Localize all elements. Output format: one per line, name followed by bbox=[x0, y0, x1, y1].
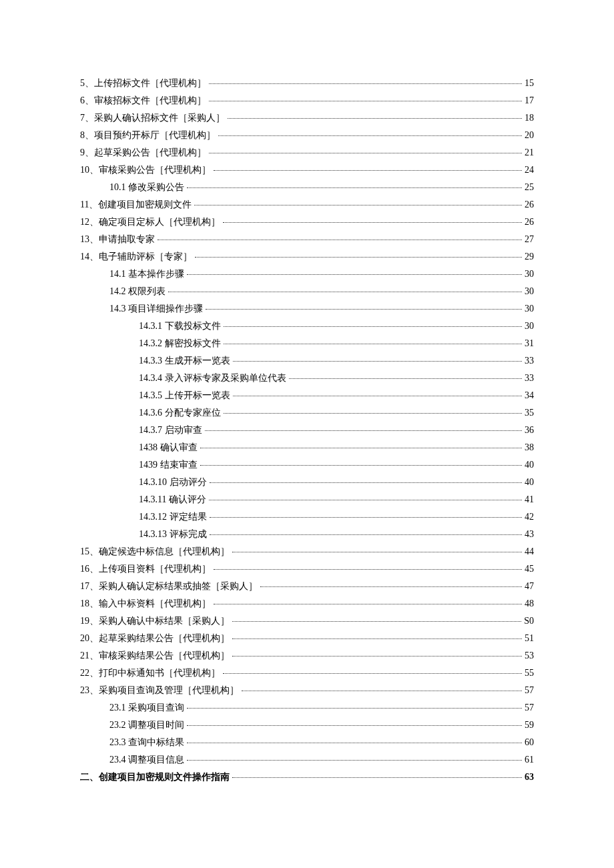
toc-entry[interactable]: 13、申请抽取专家27 bbox=[80, 235, 534, 244]
toc-entry[interactable]: 14.1 基本操作步骤30 bbox=[80, 270, 534, 279]
toc-page-number: 30 bbox=[525, 270, 534, 279]
toc-label: 23.1 采购项目查询 bbox=[109, 703, 184, 713]
toc-leader-dots bbox=[224, 326, 523, 327]
toc-page-number: 61 bbox=[525, 755, 534, 765]
toc-entry[interactable]: 14.3.13 评标完成43 bbox=[80, 530, 534, 539]
toc-entry[interactable]: 5、上传招标文件［代理机构］15 bbox=[80, 79, 534, 88]
toc-leader-dots bbox=[214, 604, 522, 604]
toc-leader-dots bbox=[210, 534, 523, 535]
toc-entry[interactable]: 23、采购项目查询及管理［代理机构］57 bbox=[80, 686, 534, 695]
toc-leader-dots bbox=[224, 413, 523, 414]
toc-entry[interactable]: 14.3.7 启动审查36 bbox=[80, 426, 534, 435]
toc-entry[interactable]: 14.2 权限列表30 bbox=[80, 287, 534, 296]
toc-entry[interactable]: 14.3.3 生成开标一览表33 bbox=[80, 356, 534, 366]
toc-entry[interactable]: 14、电子辅助评标［专家］29 bbox=[80, 252, 534, 262]
toc-page-number: 55 bbox=[525, 669, 534, 678]
toc-entry[interactable]: 二、创建项目加密规则文件操作指南63 bbox=[80, 773, 534, 782]
toc-page-number: 15 bbox=[525, 79, 534, 88]
toc-label: 14.3.5 上传开标一览表 bbox=[139, 391, 230, 400]
toc-page-number: 30 bbox=[525, 322, 534, 331]
toc-entry[interactable]: 17、采购人确认定标结果或抽签［采购人］47 bbox=[80, 582, 534, 591]
toc-label: 9、起草采购公告［代理机构］ bbox=[80, 148, 206, 157]
toc-page-number: 43 bbox=[525, 530, 534, 539]
toc-label: 23.2 调整项目时间 bbox=[109, 721, 184, 730]
toc-label: 二、创建项目加密规则文件操作指南 bbox=[80, 773, 230, 782]
toc-leader-dots bbox=[223, 222, 522, 223]
toc-page-number: 40 bbox=[525, 478, 534, 487]
toc-entry[interactable]: 8、项目预约开标厅［代理机构］20 bbox=[80, 131, 534, 140]
toc-leader-dots bbox=[195, 257, 522, 258]
toc-leader-dots bbox=[209, 83, 522, 84]
toc-page-number: 30 bbox=[525, 304, 534, 314]
toc-entry[interactable]: 23.4 调整项目信息61 bbox=[80, 755, 534, 765]
toc-entry[interactable]: 21、审核采购结果公告［代理机构］53 bbox=[80, 651, 534, 661]
toc-page-number: 38 bbox=[525, 443, 534, 452]
toc-leader-dots bbox=[209, 101, 522, 101]
toc-entry[interactable]: 14.3.2 解密投标文件31 bbox=[80, 339, 534, 348]
toc-entry[interactable]: 19、采购人确认中标结果［采购人］S0 bbox=[80, 616, 534, 626]
toc-leader-dots bbox=[187, 274, 522, 275]
toc-label: 10、审核采购公告［代理机构］ bbox=[80, 165, 211, 175]
toc-label: 15、确定候选中标信息［代理机构］ bbox=[80, 547, 230, 556]
toc-leader-dots bbox=[187, 708, 522, 709]
toc-entry[interactable]: 12、确定项目定标人［代理机构］26 bbox=[80, 218, 534, 227]
toc-entry[interactable]: 14.3.11 确认评分41 bbox=[80, 495, 534, 504]
toc-entry[interactable]: 23.1 采购项目查询57 bbox=[80, 703, 534, 713]
toc-label: 14.2 权限列表 bbox=[109, 287, 166, 296]
toc-label: 12、确定项目定标人［代理机构］ bbox=[80, 218, 220, 227]
toc-entry[interactable]: 14.3.10 启动评分40 bbox=[80, 478, 534, 487]
toc-leader-dots bbox=[232, 777, 522, 778]
toc-entry[interactable]: 7、采购人确认招标文件［采购人］18 bbox=[80, 113, 534, 123]
toc-leader-dots bbox=[232, 552, 522, 552]
toc-entry[interactable]: 15、确定候选中标信息［代理机构］44 bbox=[80, 547, 534, 556]
toc-leader-dots bbox=[233, 396, 523, 396]
toc-entry[interactable]: 14.3.12 评定结果42 bbox=[80, 512, 534, 522]
toc-entry[interactable]: 6、审核招标文件［代理机构］17 bbox=[80, 96, 534, 105]
toc-leader-dots bbox=[187, 187, 522, 188]
toc-leader-dots bbox=[209, 153, 522, 153]
toc-entry[interactable]: 14.3 项目详细操作步骤30 bbox=[80, 304, 534, 314]
toc-entry[interactable]: 16、上传项目资料［代理机构］45 bbox=[80, 564, 534, 574]
toc-entry[interactable]: 10.1 修改采购公告25 bbox=[80, 183, 534, 192]
toc-label: 14.1 基本操作步骤 bbox=[109, 270, 184, 279]
toc-entry[interactable]: 11、创建项目加密规则文件26 bbox=[80, 200, 534, 209]
toc-entry[interactable]: 1438 确认审查38 bbox=[80, 443, 534, 452]
toc-entry[interactable]: 20、起草采购结果公告［代理机构］51 bbox=[80, 634, 534, 643]
toc-page-number: 51 bbox=[525, 634, 534, 643]
toc-label: 16、上传项目资料［代理机构］ bbox=[80, 564, 211, 574]
table-of-contents: 5、上传招标文件［代理机构］156、审核招标文件［代理机构］177、采购人确认招… bbox=[80, 79, 534, 782]
toc-entry[interactable]: 10、审核采购公告［代理机构］24 bbox=[80, 165, 534, 175]
toc-leader-dots bbox=[158, 240, 522, 240]
toc-entry[interactable]: 14.3.6 分配专家座位35 bbox=[80, 408, 534, 418]
toc-entry[interactable]: 9、起草采购公告［代理机构］21 bbox=[80, 148, 534, 157]
toc-label: 17、采购人确认定标结果或抽签［采购人］ bbox=[80, 582, 258, 591]
toc-label: 20、起草采购结果公告［代理机构］ bbox=[80, 634, 230, 643]
toc-entry[interactable]: 18、输入中标资料［代理机构］48 bbox=[80, 599, 534, 608]
toc-entry[interactable]: 23.3 查询中标结果60 bbox=[80, 738, 534, 747]
toc-leader-dots bbox=[260, 586, 522, 587]
toc-label: 5、上传招标文件［代理机构］ bbox=[80, 79, 206, 88]
toc-entry[interactable]: 14.3.4 录入评标专家及采购单位代表33 bbox=[80, 374, 534, 383]
toc-page-number: 44 bbox=[525, 547, 534, 556]
toc-entry[interactable]: 23.2 调整项目时间59 bbox=[80, 721, 534, 730]
toc-page-number: 36 bbox=[525, 426, 534, 435]
toc-leader-dots bbox=[200, 465, 523, 466]
toc-page-number: 42 bbox=[525, 512, 534, 522]
toc-page-number: S0 bbox=[524, 616, 534, 626]
toc-entry[interactable]: 22、打印中标通知书［代理机构］55 bbox=[80, 669, 534, 678]
toc-entry[interactable]: 14.3.1 下载投标文件30 bbox=[80, 322, 534, 331]
toc-leader-dots bbox=[242, 691, 522, 691]
toc-page-number: 27 bbox=[525, 235, 534, 244]
toc-label: 14.3.4 录入评标专家及采购单位代表 bbox=[139, 374, 286, 383]
toc-entry[interactable]: 14.3.5 上传开标一览表34 bbox=[80, 391, 534, 400]
toc-label: 6、审核招标文件［代理机构］ bbox=[80, 96, 206, 105]
toc-page-number: 33 bbox=[525, 356, 534, 366]
toc-leader-dots bbox=[194, 205, 522, 205]
toc-label: 14.3.3 生成开标一览表 bbox=[139, 356, 230, 366]
toc-entry[interactable]: 1439 结束审查40 bbox=[80, 460, 534, 470]
toc-label: 14、电子辅助评标［专家］ bbox=[80, 252, 192, 262]
toc-page-number: 40 bbox=[525, 460, 534, 470]
toc-leader-dots bbox=[218, 135, 522, 136]
toc-label: 14.3.11 确认评分 bbox=[139, 495, 206, 504]
toc-page-number: 31 bbox=[525, 339, 534, 348]
